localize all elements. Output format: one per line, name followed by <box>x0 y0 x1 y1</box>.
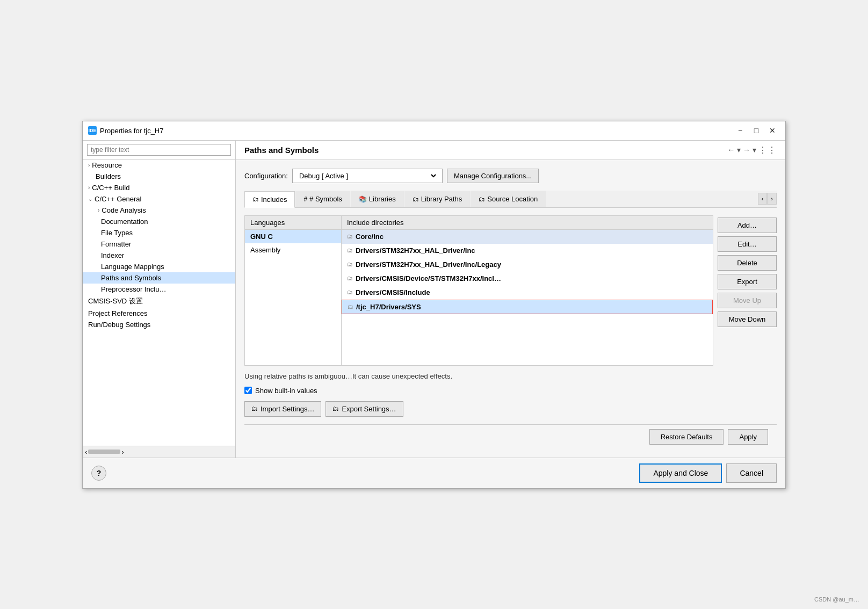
cancel-button[interactable]: Cancel <box>726 463 777 483</box>
panel-title: Paths and Symbols <box>244 146 319 155</box>
export-button[interactable]: Export <box>718 274 777 289</box>
library-paths-tab-icon: 🗂 <box>413 195 419 203</box>
sidebar-item-cpp-general[interactable]: ⌄ C/C++ General <box>83 193 235 205</box>
dir-label-hal-legacy: Drivers/STM32H7xx_HAL_Driver/Inc/Legacy <box>356 260 501 269</box>
apply-and-close-button[interactable]: Apply and Close <box>639 463 722 483</box>
show-builtin-checkbox[interactable] <box>244 387 252 394</box>
sidebar-right-arrow[interactable]: › <box>121 448 124 456</box>
panel-nav: ← ▾ → ▾ ⋮⋮ <box>727 145 777 155</box>
arrow-icon: › <box>88 162 90 168</box>
sidebar-item-language-mappings[interactable]: Language Mappings <box>83 261 235 272</box>
tab-libraries-label: Libraries <box>369 195 396 203</box>
export-settings-icon: 🗂 <box>332 405 339 412</box>
sidebar-item-indexer[interactable]: Indexer <box>83 250 235 261</box>
sidebar-item-preprocessor-includes[interactable]: Preprocessor Inclu… <box>83 284 235 295</box>
includes-tab-icon: 🗂 <box>252 195 259 203</box>
sidebar-bottom-nav: ‹ › <box>83 446 235 458</box>
dialog-bottom: ? Apply and Close Cancel <box>83 458 785 488</box>
tab-scroll-controls: ‹ › <box>758 193 777 205</box>
dir-item-cmsis-include[interactable]: 🗂 Drivers/CMSIS/Include <box>342 286 713 300</box>
manage-configurations-button[interactable]: Manage Configurations... <box>447 169 539 183</box>
dir-item-cmsis-device[interactable]: 🗂 Drivers/CMSIS/Device/ST/STM32H7xx/Incl… <box>342 272 713 286</box>
sidebar-item-paths-and-symbols[interactable]: Paths and Symbols <box>83 272 235 284</box>
tab-includes[interactable]: 🗂 Includes <box>244 191 295 208</box>
dir-item-core-inc[interactable]: 🗂 Core/Inc <box>342 230 713 244</box>
app-icon: IDE <box>88 126 97 135</box>
sidebar-left-arrow[interactable]: ‹ <box>85 448 87 456</box>
symbols-tab-icon: # <box>303 195 307 203</box>
show-builtin-row: Show built-in values <box>244 387 777 395</box>
main-content: › Resource Builders › C/C++ Build ⌄ C/C+… <box>83 141 785 458</box>
directories-header: Include directories <box>342 216 713 230</box>
restore-defaults-button[interactable]: Restore Defaults <box>649 429 724 445</box>
config-label: Configuration: <box>244 172 288 180</box>
watermark: CSDN @au_m… <box>814 596 859 603</box>
filter-input[interactable] <box>87 144 231 156</box>
config-select[interactable]: Debug [ Active ] <box>297 171 438 180</box>
delete-button[interactable]: Delete <box>718 255 777 271</box>
dir-icon-cmsis-include: 🗂 <box>347 289 353 295</box>
source-location-tab-icon: 🗂 <box>479 195 485 203</box>
nav-forward-button[interactable]: → ▾ <box>743 146 756 154</box>
sidebar-item-documentation[interactable]: Documentation <box>83 216 235 227</box>
nav-menu-button[interactable]: ⋮⋮ <box>758 145 777 155</box>
tab-libraries[interactable]: 📚 Libraries <box>351 191 404 207</box>
tab-symbols-label: # Symbols <box>309 195 342 203</box>
tab-symbols[interactable]: # # Symbols <box>295 191 350 207</box>
dir-item-tjc-drivers-sys[interactable]: 🗂 /tjc_H7/Drivers/SYS <box>342 300 713 314</box>
help-button[interactable]: ? <box>91 466 106 481</box>
arrow-icon: › <box>98 207 99 213</box>
dialog-buttons: Apply and Close Cancel <box>639 463 777 483</box>
sidebar-filter-area <box>83 141 235 160</box>
apply-button[interactable]: Apply <box>728 429 768 445</box>
warning-text: Using relative paths is ambiguou…It can … <box>244 372 777 380</box>
dir-label-core-inc: Core/Inc <box>356 233 384 241</box>
dir-label-cmsis-include: Drivers/CMSIS/Include <box>356 288 430 296</box>
sidebar-scrollbar-thumb[interactable] <box>88 450 120 454</box>
languages-header: Languages <box>245 216 341 230</box>
right-panel: Paths and Symbols ← ▾ → ▾ ⋮⋮ Configurati… <box>236 141 785 458</box>
sidebar-item-code-analysis[interactable]: › Code Analysis <box>83 205 235 216</box>
nav-back-button[interactable]: ← ▾ <box>727 146 741 154</box>
import-settings-button[interactable]: 🗂 Import Settings… <box>244 401 321 417</box>
lang-item-assembly[interactable]: Assembly <box>245 243 341 257</box>
edit-button[interactable]: Edit… <box>718 236 777 252</box>
dir-item-hal-driver-legacy[interactable]: 🗂 Drivers/STM32H7xx_HAL_Driver/Inc/Legac… <box>342 258 713 272</box>
sidebar-item-cmsis-svd[interactable]: CMSIS-SVD 设置 <box>83 295 235 308</box>
dir-icon-cmsis-device: 🗂 <box>347 275 353 281</box>
sidebar-item-run-debug-settings[interactable]: Run/Debug Settings <box>83 319 235 330</box>
export-settings-button[interactable]: 🗂 Export Settings… <box>326 401 403 417</box>
config-select-wrapper: Debug [ Active ] <box>292 169 443 183</box>
close-button[interactable]: ✕ <box>765 125 780 136</box>
lang-item-gnu-c[interactable]: GNU C <box>245 230 341 243</box>
add-button[interactable]: Add… <box>718 218 777 233</box>
sidebar-item-project-references[interactable]: Project References <box>83 308 235 319</box>
config-row: Configuration: Debug [ Active ] Manage C… <box>244 169 777 183</box>
include-panel: Languages GNU C Assembly Include directo… <box>244 215 713 366</box>
dir-icon-core-inc: 🗂 <box>347 233 353 240</box>
tab-scroll-right[interactable]: › <box>767 193 777 205</box>
tab-library-paths[interactable]: 🗂 Library Paths <box>404 191 471 207</box>
directory-list: 🗂 Core/Inc 🗂 Drivers/STM32H7xx_HAL_Drive… <box>342 230 713 365</box>
move-up-button[interactable]: Move Up <box>718 293 777 308</box>
tabs-row: 🗂 Includes # # Symbols 📚 Libraries 🗂 Lib… <box>244 191 777 208</box>
sidebar-item-cpp-build[interactable]: › C/C++ Build <box>83 182 235 193</box>
sidebar-item-builders[interactable]: Builders <box>83 171 235 182</box>
sidebar-item-file-types[interactable]: File Types <box>83 227 235 238</box>
tab-source-location[interactable]: 🗂 Source Location <box>471 191 546 207</box>
tab-source-location-label: Source Location <box>487 195 538 203</box>
tab-scroll-left[interactable]: ‹ <box>758 193 768 205</box>
arrow-icon: ⌄ <box>88 196 92 202</box>
panel-content: Languages GNU C Assembly Include directo… <box>244 215 777 417</box>
dir-icon-hal: 🗂 <box>347 247 353 253</box>
show-builtin-label: Show built-in values <box>255 387 317 395</box>
minimize-button[interactable]: − <box>733 125 748 136</box>
move-down-button[interactable]: Move Down <box>718 311 777 327</box>
languages-column: Languages GNU C Assembly <box>245 216 342 365</box>
dir-item-hal-driver-inc[interactable]: 🗂 Drivers/STM32H7xx_HAL_Driver/Inc <box>342 244 713 258</box>
panel-header: Paths and Symbols ← ▾ → ▾ ⋮⋮ <box>236 141 785 160</box>
sidebar-item-resource[interactable]: › Resource <box>83 160 235 171</box>
sidebar-tree: › Resource Builders › C/C++ Build ⌄ C/C+… <box>83 160 235 446</box>
sidebar-item-formatter[interactable]: Formatter <box>83 238 235 250</box>
maximize-button[interactable]: □ <box>749 125 764 136</box>
